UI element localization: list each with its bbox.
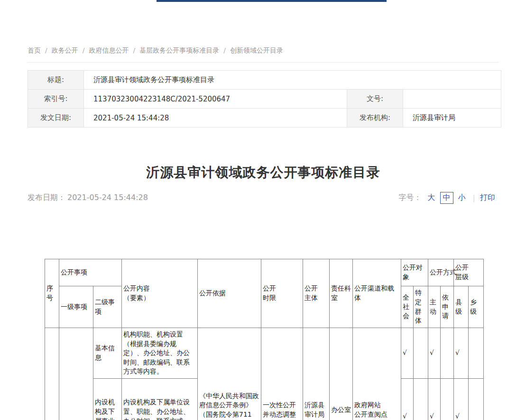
breadcrumb-standard-catalog[interactable]: 基层政务公开事项标准目录 xyxy=(139,46,219,54)
check-county: √ xyxy=(454,328,469,379)
header-public-item: 公开事项 xyxy=(59,259,122,286)
header-level: 公开 层级 xyxy=(454,259,484,286)
meta-date-value: 2021-05-24 15:44:28 xyxy=(84,109,347,128)
cell-level1 xyxy=(59,328,93,420)
check-proactive: √ xyxy=(428,328,441,379)
check-county: √ xyxy=(454,379,469,420)
check-proactive: √ xyxy=(428,379,441,420)
header-seq: 序号 xyxy=(45,259,59,328)
check-specific-group xyxy=(414,328,428,379)
meta-docno-value xyxy=(403,90,501,109)
page-container: 首页/政务公开/政府信息公开/基层政务公开事项标准目录/创新领域公开目录 标题:… xyxy=(28,0,499,420)
header-level1: 一级事项 xyxy=(59,286,93,328)
breadcrumb-separator: / xyxy=(83,46,85,54)
meta-index-value: 11370323004223148C/2021-5200647 xyxy=(84,90,347,109)
breadcrumb-home[interactable]: 首页 xyxy=(28,46,41,54)
meta-org-value: 沂源县审计局 xyxy=(403,109,501,128)
cell-subject: 沂源县审计局 xyxy=(303,328,330,420)
check-specific-group xyxy=(414,379,428,420)
header-on-request: 依申请 xyxy=(441,286,454,328)
header-channel: 公开渠道和载体 xyxy=(353,259,401,328)
breadcrumb: 首页/政务公开/政府信息公开/基层政务公开事项标准目录/创新领域公开目录 xyxy=(28,46,499,63)
document-meta-table: 标题: 沂源县审计领域政务公开事项标准目录 索引号: 1137032300422… xyxy=(28,70,501,128)
meta-title-label: 标题: xyxy=(28,71,84,90)
header-township: 乡级 xyxy=(469,286,484,328)
meta-date-label: 发文日期: xyxy=(28,109,84,128)
check-on-request xyxy=(441,379,454,420)
check-on-request xyxy=(441,328,454,379)
breadcrumb-separator: / xyxy=(45,46,47,54)
meta-title-value: 沂源县审计领域政务公开事项标准目录 xyxy=(84,71,501,90)
meta-docno-label: 文号: xyxy=(347,90,403,109)
breadcrumb-zhengwu[interactable]: 政务公开 xyxy=(52,46,78,54)
header-subject: 公开 主体 xyxy=(303,259,330,328)
publish-date: 发布日期：2021-05-24 15:44:28 xyxy=(28,193,150,203)
breadcrumb-separator: / xyxy=(223,46,226,54)
publish-toolbar-row: 发布日期：2021-05-24 15:44:28 字号： 大 中 小 | 打印 xyxy=(28,192,499,204)
catalog-table: 序号 公开事项 公开内容 （要素） 公开依据 公开 时限 公开 主体 责任科室 … xyxy=(45,259,484,420)
cell-level2: 内设机构及下属事业单位 xyxy=(93,379,122,420)
breadcrumb-innovation-catalog[interactable]: 创新领域公开目录 xyxy=(230,46,283,54)
header-basis: 公开依据 xyxy=(198,259,261,328)
meta-org-label: 发布机构: xyxy=(347,109,403,128)
header-audience: 公开对象 xyxy=(401,259,428,286)
publish-date-value: 2021-05-24 15:44:28 xyxy=(67,193,148,202)
check-all-society: √ xyxy=(401,328,414,379)
cell-level2: 基本信息 xyxy=(93,328,122,379)
breadcrumb-separator: / xyxy=(133,46,135,54)
cell-dept: 办公室 xyxy=(330,328,353,420)
check-all-society: √ xyxy=(401,379,414,420)
page-title: 沂源县审计领域政务公开事项标准目录 xyxy=(28,164,499,182)
meta-index-label: 索引号: xyxy=(28,90,84,109)
header-content: 公开内容 （要素） xyxy=(122,259,198,328)
article-tools: 字号： 大 中 小 | 打印 xyxy=(399,192,495,204)
header-proactive: 主动 xyxy=(428,286,441,328)
cell-content: 内设机构及下属单位设置、职能、办公地址、办公时间、联系方式、负责人姓名 xyxy=(122,379,198,420)
cell-basis: 《中华人民共和国政府信息公开条例》（国务院令第711号） xyxy=(198,328,261,420)
toolbar-divider: | xyxy=(473,193,475,202)
cell-content: 机构职能、机构设置（根据县委编办规定）、办公地址、办公时间、邮政编码、联系方式等… xyxy=(122,328,198,379)
header-specific-group: 特定群体 xyxy=(414,286,428,328)
font-large-button[interactable]: 大 xyxy=(428,193,435,203)
fontsize-label: 字号： xyxy=(399,193,422,203)
header-method: 公开方式 xyxy=(428,259,454,286)
table-row: 基本信息 机构职能、机构设置（根据县委编办规定）、办公地址、办公时间、邮政编码、… xyxy=(45,328,484,379)
header-county: 县级 xyxy=(454,286,469,328)
cell-channel: 政府网站 公开查阅点 xyxy=(353,328,401,420)
check-township xyxy=(469,379,484,420)
header-level2: 二级事项 xyxy=(93,286,122,328)
cell-time-limit: 一次性公开并动态调整 xyxy=(261,328,303,420)
top-banner-fragment xyxy=(157,0,387,2)
check-township xyxy=(469,328,484,379)
cell-seq xyxy=(45,328,59,420)
header-all-society: 全社会 xyxy=(401,286,414,328)
print-button[interactable]: 打印 xyxy=(480,193,495,203)
header-time-limit: 公开 时限 xyxy=(261,259,303,328)
publish-date-label: 发布日期： xyxy=(28,193,65,202)
breadcrumb-gov-info[interactable]: 政府信息公开 xyxy=(89,46,129,54)
header-dept: 责任科室 xyxy=(330,259,353,328)
font-small-button[interactable]: 小 xyxy=(458,193,466,203)
font-medium-button[interactable]: 中 xyxy=(440,192,453,204)
